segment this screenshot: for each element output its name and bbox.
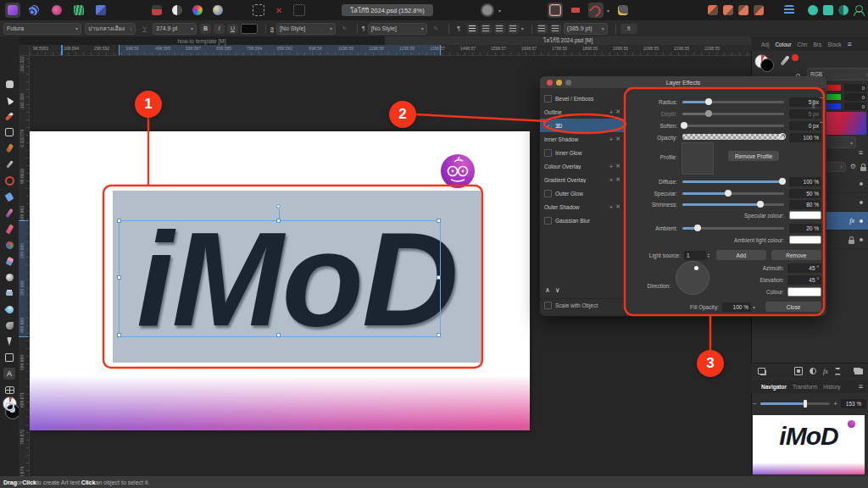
- visibility-dot-icon[interactable]: [860, 182, 863, 186]
- elevation-value[interactable]: 45 °: [787, 275, 821, 285]
- scale-with-object-checkbox[interactable]: [544, 302, 552, 309]
- boolean-subtract-icon[interactable]: [821, 3, 836, 18]
- move-to-front-icon[interactable]: [705, 3, 721, 18]
- pen-tool-icon[interactable]: [3, 336, 15, 347]
- tab-history[interactable]: History: [823, 384, 840, 390]
- profile-thumbnail[interactable]: [682, 142, 714, 175]
- ambient-value[interactable]: 20 %: [789, 224, 821, 233]
- move-tool-icon[interactable]: [3, 94, 15, 106]
- tab-transform[interactable]: Transform: [793, 384, 817, 390]
- vector-brush-tool-icon[interactable]: [3, 207, 15, 219]
- colour-replacement-tool-icon[interactable]: [3, 239, 15, 251]
- move-to-back-icon[interactable]: [751, 3, 766, 18]
- effect-row-inner-glow[interactable]: Inner Glow: [540, 146, 625, 159]
- eraser-tool-icon[interactable]: [3, 255, 15, 267]
- flood-select-tool-icon[interactable]: [3, 158, 15, 170]
- layer-effects-icon[interactable]: fx: [823, 367, 828, 375]
- remove-effect-instance-icon[interactable]: ✕: [615, 108, 620, 115]
- marquee-icon[interactable]: [251, 3, 266, 18]
- effect-row-outer-shadow[interactable]: Outer Shadow+✕: [540, 200, 625, 214]
- account-icon[interactable]: [851, 3, 866, 18]
- boolean-intersect-icon[interactable]: [836, 3, 851, 18]
- add-effect-instance-icon[interactable]: +: [609, 109, 613, 115]
- red-value[interactable]: 0: [844, 84, 866, 92]
- deselect-icon[interactable]: ✕: [271, 3, 287, 18]
- opacity-slider[interactable]: [682, 134, 784, 140]
- ambient-light-colour-swatch[interactable]: [789, 236, 821, 244]
- auto-white-balance-icon[interactable]: [210, 3, 225, 18]
- colour-format-icon[interactable]: [480, 3, 495, 18]
- zoom-out-icon[interactable]: −: [753, 400, 757, 408]
- assistant-icon[interactable]: [615, 3, 631, 18]
- effect-row-gradient-overlay[interactable]: Gradient Overlay+✕: [540, 173, 625, 186]
- visibility-dot-icon[interactable]: [860, 238, 863, 241]
- shininess-slider-knob[interactable]: [757, 201, 764, 208]
- selection-handle-ne[interactable]: [437, 219, 441, 223]
- tab-navigator[interactable]: Navigator: [761, 384, 787, 390]
- selection-handle-se[interactable]: [437, 333, 441, 337]
- update-paragraph-style-icon[interactable]: ✎: [431, 24, 442, 34]
- diffuse-slider-knob[interactable]: [779, 178, 786, 185]
- shape-tool-icon[interactable]: [3, 352, 15, 363]
- tab-adjustment[interactable]: Adj: [761, 42, 769, 47]
- colour-picker-tool-icon[interactable]: [3, 110, 15, 122]
- soften-slider-knob[interactable]: [681, 122, 687, 129]
- tab-brushes[interactable]: Brs: [814, 42, 822, 47]
- develop-persona-icon[interactable]: [49, 3, 64, 18]
- zoom-traffic-light[interactable]: [565, 80, 571, 86]
- adjustment-layer-icon[interactable]: [810, 367, 816, 375]
- selection-handle-n[interactable]: [276, 219, 281, 223]
- shininess-value[interactable]: 80 %: [789, 200, 821, 209]
- zoom-tool-icon[interactable]: [3, 400, 15, 412]
- move-forward-icon[interactable]: [721, 3, 736, 18]
- selection-handle-s[interactable]: [276, 333, 281, 337]
- layers-menu-icon[interactable]: ≡: [859, 149, 863, 157]
- liquify-persona-icon[interactable]: [26, 3, 42, 18]
- node-tool-icon[interactable]: [3, 191, 15, 202]
- add-light-button[interactable]: Add: [716, 250, 766, 260]
- radius-slider-knob[interactable]: [705, 98, 712, 105]
- photo-persona-icon[interactable]: [5, 3, 20, 18]
- panel-menu-icon[interactable]: ≡: [848, 41, 852, 48]
- selection-handle-w[interactable]: [117, 275, 121, 280]
- light-direction-dot[interactable]: [694, 266, 698, 270]
- radius-slider[interactable]: [682, 101, 784, 103]
- soften-slider[interactable]: [682, 125, 784, 127]
- move-effect-down-icon[interactable]: ∨: [555, 286, 565, 294]
- add-effect-instance-icon[interactable]: +: [609, 136, 613, 142]
- tab-colour[interactable]: Colour: [775, 42, 791, 47]
- tab-stock[interactable]: Stock: [827, 42, 841, 47]
- italic-button[interactable]: I: [214, 24, 225, 34]
- add-effect-instance-icon[interactable]: +: [609, 164, 613, 169]
- bold-button[interactable]: B: [200, 24, 211, 34]
- font-colour-swatch[interactable]: [241, 24, 258, 34]
- tone-mapping-persona-icon[interactable]: [71, 3, 86, 18]
- boolean-add-icon[interactable]: [805, 3, 821, 18]
- invert-selection-icon[interactable]: [292, 3, 307, 18]
- auto-contrast-icon[interactable]: [170, 3, 185, 18]
- ambient-slider-knob[interactable]: [694, 225, 701, 231]
- zoom-slider-knob[interactable]: [804, 400, 807, 408]
- view-tool-icon[interactable]: [3, 78, 15, 90]
- alignment-chevron-icon[interactable]: ▾: [521, 25, 524, 31]
- layer-lock-icon[interactable]: [860, 159, 866, 175]
- paint-brush-tool-icon[interactable]: [3, 223, 15, 235]
- selection-handle-sw[interactable]: [117, 333, 121, 337]
- selection-handle-nw[interactable]: [117, 219, 121, 223]
- auto-levels-icon[interactable]: [149, 3, 164, 18]
- effect-row-outer-glow[interactable]: Outer Glow: [540, 186, 625, 200]
- effect-row-colour-overlay[interactable]: Colour Overlay+✕: [540, 159, 625, 173]
- alignment-icon[interactable]: [782, 3, 797, 18]
- text-tool-icon[interactable]: A: [3, 368, 15, 380]
- background-colour-swatch[interactable]: [760, 58, 774, 72]
- document-tab-active[interactable]: โลโก้ปี 2024.psd [M]: [385, 36, 751, 45]
- specular-slider-knob[interactable]: [725, 190, 732, 197]
- effect-row-gaussian-blur[interactable]: Gaussian Blur: [540, 214, 625, 227]
- remove-effect-instance-icon[interactable]: ✕: [615, 163, 620, 169]
- add-effect-instance-icon[interactable]: +: [609, 204, 613, 210]
- remove-light-button[interactable]: Remove: [771, 250, 821, 260]
- align-justify-button[interactable]: [508, 24, 519, 34]
- ambient-slider[interactable]: [682, 227, 784, 230]
- live-filter-icon[interactable]: [835, 367, 841, 375]
- navigator-menu-icon[interactable]: ≡: [859, 383, 863, 391]
